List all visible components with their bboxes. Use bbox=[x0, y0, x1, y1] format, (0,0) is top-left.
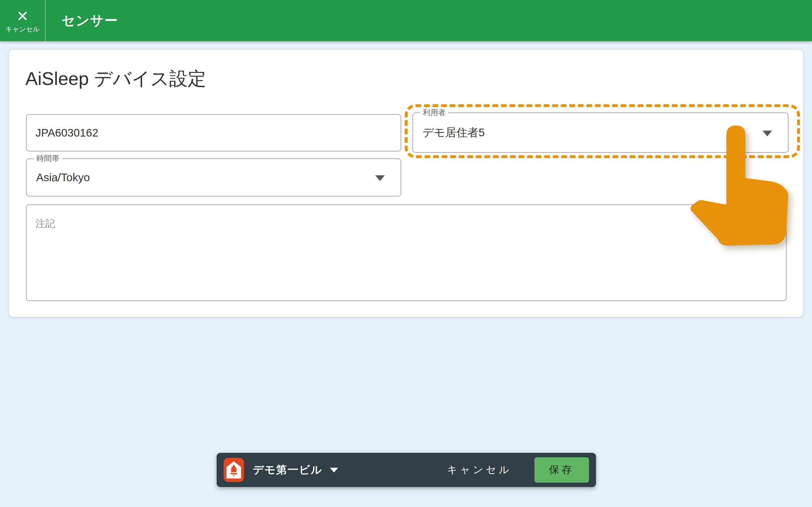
save-button[interactable]: 保存 bbox=[535, 457, 589, 483]
notes-textarea[interactable] bbox=[26, 205, 786, 301]
chevron-down-icon bbox=[375, 175, 385, 181]
user-select-value: デモ居住者5 bbox=[422, 125, 485, 140]
timezone-select-label: 時間帯 bbox=[34, 154, 62, 163]
close-icon: ✕ bbox=[16, 9, 29, 23]
building-name: デモ第一ビル bbox=[253, 463, 322, 477]
page-title: センサー bbox=[46, 0, 118, 41]
timezone-select-value: Asia/Tokyo bbox=[36, 171, 90, 184]
chevron-down-icon bbox=[763, 130, 772, 136]
timezone-select[interactable]: 時間帯 Asia/Tokyo bbox=[26, 158, 401, 196]
device-id-input[interactable] bbox=[26, 114, 401, 152]
caret-down-icon bbox=[330, 468, 338, 472]
device-settings-card: AiSleep デバイス設定 利用者 デモ居住者5 時間帯 Asia/Tokyo bbox=[9, 50, 803, 317]
bottom-action-bar: デモ第一ビル キャンセル 保存 bbox=[217, 453, 596, 487]
building-selector[interactable]: デモ第一ビル bbox=[253, 463, 338, 477]
settings-title: AiSleep デバイス設定 bbox=[26, 68, 206, 89]
cancel-button-label: キャンセル bbox=[5, 26, 39, 32]
user-select[interactable]: 利用者 デモ居住者5 bbox=[412, 112, 789, 153]
home-bell-logo-icon bbox=[223, 458, 244, 482]
user-select-label: 利用者 bbox=[420, 108, 449, 117]
cancel-button[interactable]: ✕ キャンセル bbox=[0, 0, 46, 41]
sensor-settings-screen: ✕ キャンセル センサー AiSleep デバイス設定 利用者 デモ居住者5 時… bbox=[0, 0, 812, 507]
bottom-cancel-button[interactable]: キャンセル bbox=[447, 463, 512, 477]
app-bar: ✕ キャンセル センサー bbox=[0, 0, 812, 41]
